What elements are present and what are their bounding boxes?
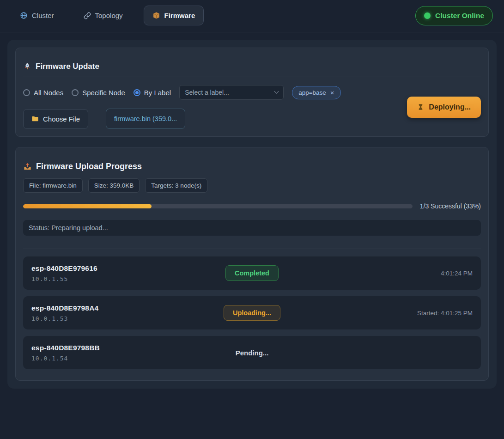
- selected-file-label: firmware.bin (359.0...: [114, 115, 177, 122]
- hourglass-icon: [417, 104, 424, 110]
- radio-specific-node[interactable]: Specific Node: [72, 89, 125, 97]
- tab-firmware-label: Firmware: [164, 12, 195, 19]
- upload-icon: [23, 162, 32, 171]
- node-status-cell: Pending...: [187, 345, 317, 360]
- firmware-update-panel: Firmware Update All Nodes Specific Node …: [15, 48, 489, 137]
- choose-file-label: Choose File: [43, 115, 80, 123]
- label-select-value: Select a label...: [185, 89, 229, 96]
- radio-by-label-circle[interactable]: [134, 89, 140, 96]
- target-mode-row: All Nodes Specific Node By Label Select …: [23, 85, 398, 100]
- label-chip[interactable]: app=base ×: [292, 86, 340, 99]
- node-ip: 10.0.1.55: [31, 275, 187, 282]
- file-buttons-row: Choose File firmware.bin (359.0...: [23, 109, 398, 129]
- node-row-1: esp-840D8E979616 10.0.1.55 Completed 4:0…: [23, 256, 481, 290]
- upload-progress-panel: Firmware Upload Progress File: firmware.…: [15, 147, 489, 381]
- firmware-update-body: All Nodes Specific Node By Label Select …: [23, 85, 481, 129]
- tab-topology[interactable]: Topology: [75, 6, 132, 25]
- globe-icon: [20, 12, 28, 19]
- upload-progress-title: Firmware Upload Progress: [23, 162, 481, 171]
- node-time: 4:01:24 PM: [317, 270, 473, 277]
- radio-by-label-label: By Label: [144, 89, 171, 97]
- upload-progress-title-text: Firmware Upload Progress: [36, 162, 142, 171]
- firmware-update-title: Firmware Update: [23, 62, 481, 77]
- node-row-3: esp-840D8E9798BB 10.0.1.54 Pending...: [23, 336, 481, 369]
- meta-chip-targets: Targets: 3 node(s): [145, 178, 207, 193]
- node-ip: 10.0.1.54: [31, 355, 187, 362]
- status-badge-pending: Pending...: [236, 345, 269, 360]
- package-icon: [152, 12, 160, 19]
- chevron-down-icon: [274, 89, 279, 93]
- deploy-button[interactable]: Deploying...: [407, 97, 481, 118]
- chip-close-icon[interactable]: ×: [330, 89, 334, 97]
- rocket-icon: [23, 62, 31, 71]
- meta-chip-file: File: firmware.bin: [23, 178, 83, 193]
- node-name: esp-840D8E979616: [31, 264, 187, 273]
- nav-tabs: Cluster Topology Firmware: [11, 6, 204, 25]
- radio-specific-node-circle[interactable]: [72, 89, 79, 96]
- progress-row: 1/3 Successful (33%): [23, 202, 481, 210]
- radio-specific-node-label: Specific Node: [82, 89, 125, 97]
- node-list-divider: [23, 249, 481, 249]
- node-name: esp-840D8E9798BB: [31, 344, 187, 352]
- label-select[interactable]: Select a label...: [179, 85, 284, 100]
- progress-label: 1/3 Successful (33%): [420, 202, 481, 210]
- node-identity: esp-840D8E9798BB 10.0.1.54: [31, 344, 187, 362]
- upload-meta-row: File: firmware.bin Size: 359.0KB Targets…: [23, 178, 481, 193]
- node-row-2: esp-840D8E9798A4 10.0.1.53 Uploading... …: [23, 296, 481, 329]
- cluster-status-badge[interactable]: Cluster Online: [415, 6, 493, 25]
- tab-topology-label: Topology: [95, 12, 123, 19]
- node-list: esp-840D8E979616 10.0.1.55 Completed 4:0…: [23, 256, 481, 369]
- tab-firmware[interactable]: Firmware: [144, 6, 204, 25]
- upload-status-box: Status: Preparing upload...: [23, 220, 481, 236]
- radio-by-label[interactable]: By Label: [134, 89, 171, 97]
- status-badge-completed: Completed: [225, 265, 279, 281]
- node-time: Started: 4:01:25 PM: [317, 310, 473, 317]
- radio-all-nodes-circle[interactable]: [23, 89, 30, 96]
- tab-cluster-label: Cluster: [32, 12, 54, 19]
- radio-all-nodes-label: All Nodes: [34, 89, 63, 97]
- node-ip: 10.0.1.53: [31, 315, 187, 322]
- deploy-button-label: Deploying...: [429, 103, 471, 111]
- cluster-status-label: Cluster Online: [435, 12, 484, 20]
- green-dot-icon: [424, 12, 431, 19]
- firmware-update-title-text: Firmware Update: [36, 62, 99, 71]
- folder-icon: [31, 115, 39, 122]
- progress-bar-fill: [23, 204, 152, 208]
- node-status-cell: Completed: [187, 265, 317, 281]
- update-controls: All Nodes Specific Node By Label Select …: [23, 85, 398, 129]
- navbar: Cluster Topology Firmware Clu: [0, 0, 504, 32]
- node-name: esp-840D8E9798A4: [31, 304, 187, 312]
- link-icon: [84, 12, 91, 19]
- choose-file-button[interactable]: Choose File: [23, 109, 88, 129]
- selected-file-button[interactable]: firmware.bin (359.0...: [106, 109, 185, 129]
- node-identity: esp-840D8E9798A4 10.0.1.53: [31, 304, 187, 322]
- node-identity: esp-840D8E979616 10.0.1.55: [31, 264, 187, 282]
- radio-all-nodes[interactable]: All Nodes: [23, 89, 63, 97]
- status-badge-uploading: Uploading...: [224, 305, 280, 321]
- meta-chip-size: Size: 359.0KB: [88, 178, 140, 193]
- tab-cluster[interactable]: Cluster: [11, 6, 63, 25]
- node-status-cell: Uploading...: [187, 305, 317, 321]
- main-card: Firmware Update All Nodes Specific Node …: [7, 40, 497, 389]
- label-chip-text: app=base: [298, 89, 326, 96]
- progress-bar-track: [23, 204, 413, 208]
